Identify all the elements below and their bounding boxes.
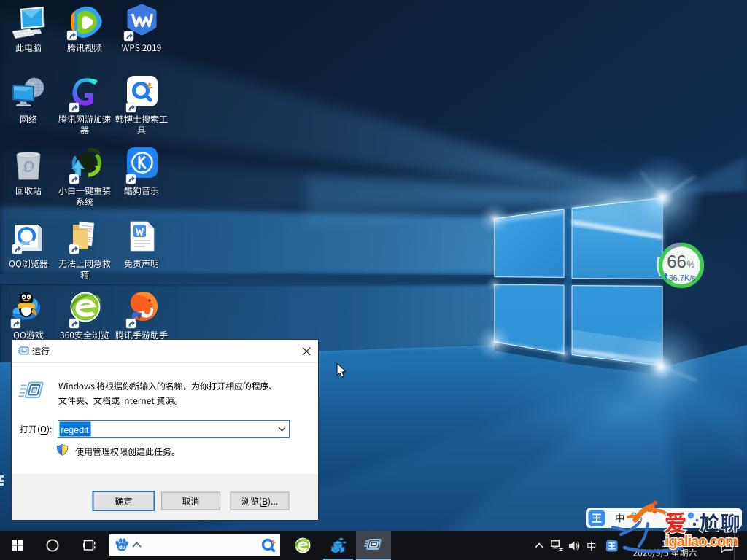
svg-text:regedit: regedit	[61, 425, 89, 435]
svg-text:%: %	[687, 260, 695, 270]
svg-text:36.7K/s: 36.7K/s	[669, 273, 697, 282]
svg-text:66: 66	[667, 252, 686, 271]
svg-text:igaliao.com: igaliao.com	[665, 533, 738, 549]
svg-text:du: du	[118, 544, 125, 551]
